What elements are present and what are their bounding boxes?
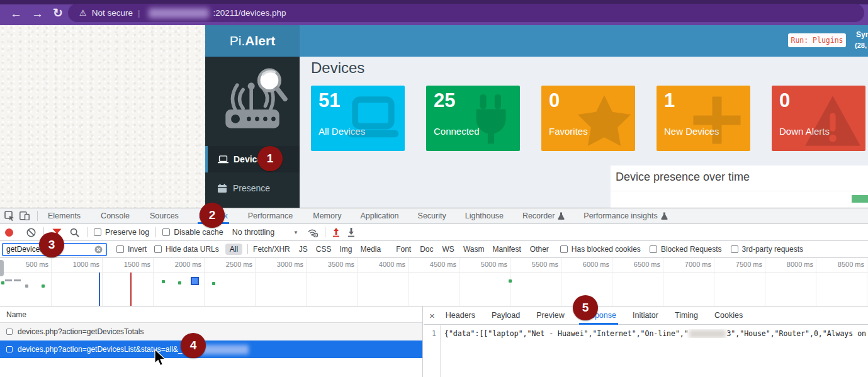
disable-cache-toggle[interactable]: Disable cache [162, 228, 223, 237]
tab-elements[interactable]: Elements [42, 208, 87, 224]
details-tab-preview[interactable]: Preview [531, 307, 570, 325]
tab-memory[interactable]: Memory [307, 208, 347, 224]
filter-input[interactable]: getDevices [2, 243, 107, 256]
request-list-header[interactable]: Name [0, 307, 422, 323]
mouse-cursor [154, 349, 166, 368]
laptop-icon [218, 155, 228, 164]
request-row-totals[interactable]: devices.php?action=getDevicesTotals [0, 323, 422, 340]
import-har-icon[interactable] [332, 228, 341, 237]
address-divider: | [138, 8, 140, 18]
invert-toggle[interactable]: Invert [116, 245, 147, 254]
filter-type-wasm[interactable]: Wasm [463, 245, 485, 254]
record-network-log-icon[interactable] [5, 228, 13, 237]
sidebar-item-presence[interactable]: Presence [205, 175, 300, 201]
preserve-log-toggle[interactable]: Preserve log [94, 228, 149, 237]
network-conditions-icon[interactable] [307, 228, 318, 237]
sidebar-item-devices[interactable]: Devices [205, 146, 300, 172]
legend-online-swatch[interactable] [852, 195, 868, 203]
filter-type-img[interactable]: Img [339, 245, 352, 254]
name-column-header[interactable]: Name [6, 310, 26, 319]
third-party-requests-toggle[interactable]: 3rd-party requests [731, 245, 803, 254]
run-plugins-button[interactable]: Run: Plugins [788, 33, 846, 47]
disable-cache-checkbox[interactable] [162, 228, 170, 236]
tab-performance-insights[interactable]: Performance insights [577, 208, 674, 224]
details-tab-preview-label: Preview [536, 311, 564, 320]
has-blocked-cookies-checkbox[interactable] [560, 245, 568, 253]
waterfall-mark-dot [212, 282, 215, 285]
filter-type-js[interactable]: JS [299, 245, 308, 254]
details-tab-initiator[interactable]: Initiator [627, 307, 664, 325]
search-icon[interactable] [70, 228, 79, 237]
experiment-flask-icon [661, 212, 668, 220]
filter-type-doc[interactable]: Doc [420, 245, 433, 254]
reload-icon[interactable]: ↻ [53, 7, 63, 19]
third-party-requests-checkbox[interactable] [731, 245, 738, 253]
tab-console[interactable]: Console [94, 208, 136, 224]
forward-icon[interactable]: → [31, 8, 43, 20]
tab-recorder[interactable]: Recorder [516, 208, 571, 224]
details-tab-timing[interactable]: Timing [669, 307, 704, 325]
response-body[interactable]: 1 {"data":[["laptop","Net - Huawei","Int… [424, 325, 868, 377]
network-overview-timeline[interactable]: 500 ms1000 ms1500 ms2000 ms2500 ms3000 m… [0, 258, 868, 307]
tab-performance-label: Performance [248, 211, 293, 220]
throttling-select[interactable]: No throttling ▼ [232, 228, 298, 237]
tab-security[interactable]: Security [412, 208, 453, 224]
invert-checkbox[interactable] [116, 245, 124, 253]
filter-type-fetch-xhr[interactable]: Fetch/XHR [253, 245, 290, 254]
blocked-requests-checkbox[interactable] [650, 245, 657, 253]
tab-performance[interactable]: Performance [242, 208, 300, 224]
has-blocked-cookies-toggle[interactable]: Has blocked cookies [560, 245, 641, 254]
filter-type-font[interactable]: Font [396, 245, 411, 254]
app-logo[interactable]: Pi.Alert [205, 25, 300, 57]
tab-sources[interactable]: Sources [144, 208, 185, 224]
browser-toolbar: ← → ↻ ⚠ Not secure | :20211/devices.php [0, 0, 868, 25]
waterfall-mark-dot [162, 280, 165, 283]
preserve-log-checkbox[interactable] [94, 228, 101, 236]
export-har-icon[interactable] [347, 228, 356, 237]
timeline-drag-handle[interactable] [0, 260, 4, 276]
not-secure-label[interactable]: Not secure [92, 8, 133, 18]
details-tab-cookies[interactable]: Cookies [709, 307, 748, 325]
timeline-gridline [765, 258, 765, 307]
hide-data-urls-toggle[interactable]: Hide data URLs [154, 245, 219, 254]
response-content-line[interactable]: {"data":[["laptop","Net - Huawei","Inter… [444, 329, 866, 338]
filter-type-media[interactable]: Media [360, 245, 381, 254]
request-row-checkbox[interactable] [6, 346, 13, 352]
address-url[interactable]: :20211/devices.php [213, 8, 286, 18]
filter-type-other[interactable]: Other [530, 245, 549, 254]
filter-funnel-icon[interactable] [52, 228, 62, 237]
details-tab-payload[interactable]: Payload [486, 307, 526, 325]
card-connected[interactable]: 25 Connected [426, 86, 520, 151]
card-favorites[interactable]: 0 Favorites [541, 86, 635, 151]
card-new-devices[interactable]: 1 New Devices [657, 86, 750, 151]
star-ghost-icon [577, 94, 631, 147]
card-down-alerts[interactable]: 0 Down Alerts [772, 86, 865, 151]
device-toolbar-icon[interactable] [20, 211, 30, 220]
clear-network-log-icon[interactable] [26, 228, 36, 237]
timeline-tick-label: 5000 ms [481, 261, 507, 268]
details-tab-response[interactable]: Response [575, 307, 622, 325]
filter-type-manifest[interactable]: Manifest [492, 245, 521, 254]
filter-type-all[interactable]: All [225, 244, 242, 255]
tab-network[interactable]: Network [193, 208, 234, 224]
filter-type-ws[interactable]: WS [442, 245, 454, 254]
timeline-gridline [714, 258, 714, 307]
details-tab-headers[interactable]: Headers [440, 307, 481, 325]
filter-type-css[interactable]: CSS [316, 245, 332, 254]
hide-data-urls-checkbox[interactable] [154, 245, 162, 253]
timeline-tick-label: 8000 ms [787, 261, 813, 268]
tab-lighthouse[interactable]: Lighthouse [459, 208, 510, 224]
tab-application[interactable]: Application [354, 208, 405, 224]
timeline-tick-label: 1000 ms [73, 261, 99, 268]
clear-filter-icon[interactable] [94, 245, 103, 254]
close-details-icon[interactable]: × [429, 310, 435, 321]
card-all-devices[interactable]: 51 All Devices [311, 86, 405, 151]
blocked-requests-toggle[interactable]: Blocked Requests [650, 245, 722, 254]
address-bar[interactable]: ⚠ Not secure | :20211/devices.php [68, 4, 864, 22]
filter-input-value: getDevices [6, 245, 94, 254]
request-row-checkbox[interactable] [6, 329, 13, 335]
inspect-element-icon[interactable] [4, 211, 14, 221]
hide-data-urls-label: Hide data URLs [166, 245, 219, 254]
request-row-devices-list[interactable]: devices.php?action=getDevicesList&status… [0, 340, 422, 358]
back-icon[interactable]: ← [10, 8, 22, 20]
